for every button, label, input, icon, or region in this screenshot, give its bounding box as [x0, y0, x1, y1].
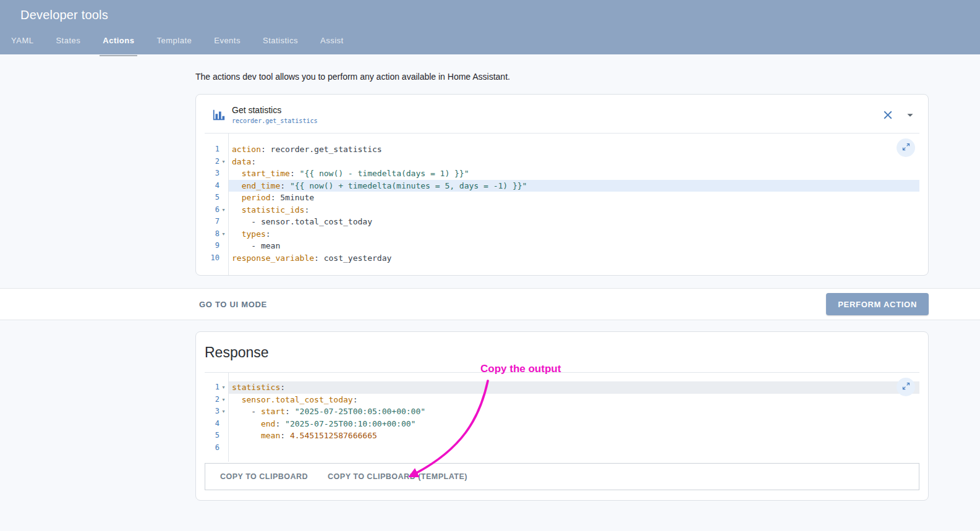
- tab-statistics[interactable]: Statistics: [252, 26, 309, 54]
- line-number: 3: [215, 168, 219, 180]
- expand-response-button[interactable]: [897, 378, 915, 396]
- response-card: Response 1▾statistics:2▾ sensor.total_co…: [195, 331, 929, 501]
- code-text: period: 5minute: [228, 192, 919, 204]
- line-gutter: 4: [205, 180, 228, 192]
- code-line: 4 end_time: "{{ now() + timedelta(minute…: [205, 180, 919, 192]
- fold-caret-icon[interactable]: ▾: [219, 228, 228, 240]
- line-number: 3: [215, 406, 219, 418]
- line-number: 6: [215, 204, 219, 216]
- code-text: start_time: "{{ now() - timedelta(days =…: [228, 168, 919, 180]
- copy-to-clipboard-template-button[interactable]: COPY TO CLIPBOARD (TEMPLATE): [319, 467, 476, 486]
- tab-template[interactable]: Template: [145, 26, 203, 54]
- close-action-button[interactable]: [880, 107, 896, 123]
- response-editor-lines: 1▾statistics:2▾ sensor.total_cost_today:…: [205, 381, 919, 454]
- fold-caret-icon[interactable]: ▾: [219, 394, 228, 406]
- code-text: sensor.total_cost_today:: [228, 394, 919, 406]
- code-line: 5 period: 5minute: [205, 192, 919, 204]
- line-number: 1: [215, 143, 219, 156]
- code-line: 6: [205, 442, 919, 454]
- line-gutter: 1▾: [205, 381, 228, 394]
- page-title: Developer tools: [20, 8, 980, 22]
- line-number: 10: [211, 252, 219, 265]
- code-line: 2▾ sensor.total_cost_today:: [205, 394, 919, 406]
- line-number: 2: [215, 394, 219, 406]
- go-to-ui-mode-button[interactable]: GO TO UI MODE: [195, 295, 271, 314]
- code-text: - mean: [228, 240, 919, 252]
- code-line: 4 end: "2025-07-25T00:10:00+00:00": [205, 418, 919, 430]
- copy-buttons-row: COPY TO CLIPBOARD COPY TO CLIPBOARD (TEM…: [205, 463, 919, 490]
- code-line: 8▾ types:: [205, 228, 919, 240]
- line-number: 1: [215, 381, 219, 394]
- code-line: 10response_variable: cost_yesterday: [205, 252, 919, 265]
- tab-actions[interactable]: Actions: [92, 26, 145, 54]
- code-text: statistic_ids:: [228, 204, 919, 216]
- line-gutter: 9: [205, 240, 228, 252]
- line-gutter: 7: [205, 216, 228, 228]
- code-line: 6▾ statistic_ids:: [205, 204, 919, 216]
- fold-caret-icon[interactable]: ▾: [219, 406, 228, 418]
- fold-caret-icon[interactable]: ▾: [219, 204, 228, 216]
- tab-assist[interactable]: Assist: [309, 26, 355, 54]
- yaml-editor[interactable]: 1action: recorder.get_statistics2▾data:3…: [205, 133, 919, 275]
- arrow-expand-icon: [901, 142, 911, 153]
- header-tabs: YAMLStatesActionsTemplateEventsStatistic…: [0, 26, 355, 54]
- action-card: Get statistics recorder.get_statistics: [195, 94, 929, 276]
- tab-states[interactable]: States: [45, 26, 92, 54]
- line-number: 7: [215, 216, 219, 228]
- tab-events[interactable]: Events: [203, 26, 252, 54]
- line-number: 2: [215, 156, 219, 168]
- yaml-editor-lines: 1action: recorder.get_statistics2▾data:3…: [205, 143, 919, 264]
- line-gutter: 2▾: [205, 394, 228, 406]
- fold-caret-icon[interactable]: ▾: [219, 156, 228, 168]
- code-line: 3▾ - start: "2025-07-25T00:05:00+00:00": [205, 406, 919, 418]
- perform-action-button[interactable]: PERFORM ACTION: [826, 293, 929, 315]
- response-editor[interactable]: 1▾statistics:2▾ sensor.total_cost_today:…: [205, 372, 919, 462]
- line-gutter: 6: [205, 442, 228, 454]
- line-number: 4: [215, 418, 219, 430]
- line-gutter: 3▾: [205, 406, 228, 418]
- code-text: types:: [228, 228, 919, 240]
- action-title: Get statistics: [232, 105, 317, 115]
- code-line: 9 - mean: [205, 240, 919, 252]
- code-text: action: recorder.get_statistics: [228, 143, 919, 156]
- line-gutter: 6▾: [205, 204, 228, 216]
- chevron-down-icon: [903, 114, 917, 124]
- action-service-id: recorder.get_statistics: [232, 117, 317, 124]
- code-text: data:: [228, 156, 919, 168]
- code-line: 2▾data:: [205, 156, 919, 168]
- annotation-label: Copy the output: [480, 363, 561, 375]
- chart-bar-icon: [212, 108, 226, 122]
- line-number: 6: [215, 442, 219, 454]
- tab-yaml[interactable]: YAML: [0, 26, 45, 54]
- line-number: 8: [215, 228, 219, 240]
- line-gutter: 1: [205, 143, 228, 156]
- code-text: mean: 4.5451512587666665: [228, 430, 919, 442]
- code-line: 7 - sensor.total_cost_today: [205, 216, 919, 228]
- response-title: Response: [205, 344, 919, 361]
- line-gutter: 2▾: [205, 156, 228, 168]
- code-line: 3 start_time: "{{ now() - timedelta(days…: [205, 168, 919, 180]
- code-text: end: "2025-07-25T00:10:00+00:00": [228, 418, 919, 430]
- line-number: 5: [215, 192, 219, 204]
- code-text: - start: "2025-07-25T00:05:00+00:00": [228, 406, 919, 418]
- code-text: response_variable: cost_yesterday: [228, 252, 919, 265]
- line-gutter: 4: [205, 418, 228, 430]
- line-gutter: 10: [205, 252, 228, 265]
- copy-to-clipboard-button[interactable]: COPY TO CLIPBOARD: [211, 467, 317, 486]
- main-content: The actions dev tool allows you to perfo…: [0, 54, 980, 501]
- line-gutter: 5: [205, 430, 228, 442]
- code-text: [228, 442, 919, 454]
- action-toolbar: GO TO UI MODE PERFORM ACTION: [0, 288, 980, 320]
- code-text: - sensor.total_cost_today: [228, 216, 919, 228]
- expand-editor-button[interactable]: [897, 138, 915, 157]
- line-number: 4: [215, 180, 219, 192]
- action-card-header: Get statistics recorder.get_statistics: [196, 95, 928, 133]
- code-line: 5 mean: 4.5451512587666665: [205, 430, 919, 442]
- action-options-button[interactable]: [902, 107, 918, 123]
- line-number: 5: [215, 430, 219, 442]
- app-header: Developer tools YAMLStatesActionsTemplat…: [0, 0, 980, 54]
- code-text: statistics:: [228, 381, 919, 394]
- code-line: 1action: recorder.get_statistics: [205, 143, 919, 156]
- line-number: 9: [215, 240, 219, 252]
- fold-caret-icon[interactable]: ▾: [219, 381, 228, 394]
